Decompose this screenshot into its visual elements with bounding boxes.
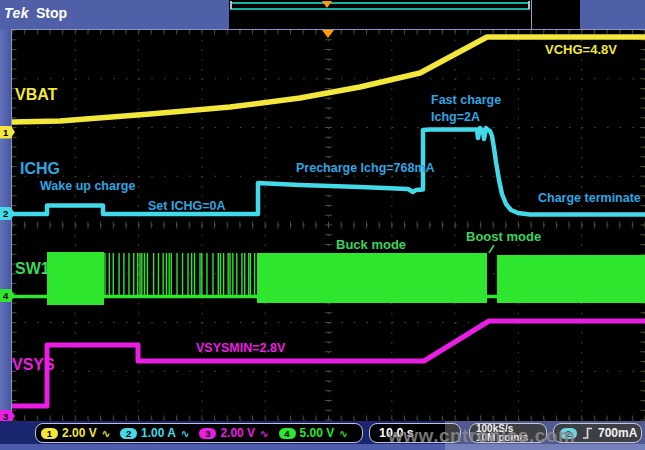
trigger-marker-icon	[322, 30, 334, 38]
bandwidth-icon: ∿	[181, 428, 189, 439]
waveform-graticule	[0, 0, 645, 450]
boost-mode-pointer	[489, 245, 494, 253]
record-view-right-cap	[528, 1, 530, 9]
left-bezel	[0, 29, 12, 421]
bandwidth-icon: ∿	[260, 428, 268, 439]
sw1-trace	[497, 255, 645, 303]
channel-1-badge: 1	[41, 428, 58, 439]
channel-readouts-box: 1 2.00 V ∿ 2 1.00 A ∿ 3 2.00 V ∿ 4 5.00 …	[35, 423, 363, 443]
record-view-area	[229, 0, 580, 29]
channel-1-scale: 2.00 V	[62, 426, 97, 440]
header-divider	[531, 0, 532, 29]
ichg-trace	[12, 128, 645, 215]
tek-logo: Tek	[4, 5, 29, 21]
channel-4-scale: 5.00 V	[300, 426, 335, 440]
channel-2-readout: 2 1.00 A ∿	[120, 426, 189, 440]
sw1-trace	[257, 253, 487, 303]
oscilloscope-screen: VBATVCHG=4.8VICHGWake up chargeSet ICHG=…	[0, 0, 645, 450]
bandwidth-icon: ∿	[339, 428, 347, 439]
channel-2-badge: 2	[120, 428, 137, 439]
top-status-bar: Tek Stop	[0, 0, 645, 29]
channel-1-readout: 1 2.00 V ∿	[41, 426, 110, 440]
record-view-bar	[230, 2, 530, 10]
channel-3-badge: 3	[199, 428, 216, 439]
channel-2-scale: 1.00 A	[141, 426, 176, 440]
trigger-position-icon	[322, 1, 332, 8]
channel-4-badge: 4	[279, 428, 296, 439]
record-view-left-cap	[230, 1, 232, 9]
watermark-text: www.cntronics.com	[388, 425, 575, 447]
channel-3-readout: 3 2.00 V ∿	[199, 426, 268, 440]
channel-4-readout: 4 5.00 V ∿	[279, 426, 348, 440]
sw1-trace	[47, 252, 104, 305]
acquisition-status: Stop	[36, 5, 67, 21]
bandwidth-icon: ∿	[102, 428, 110, 439]
channel-3-scale: 2.00 V	[220, 426, 255, 440]
